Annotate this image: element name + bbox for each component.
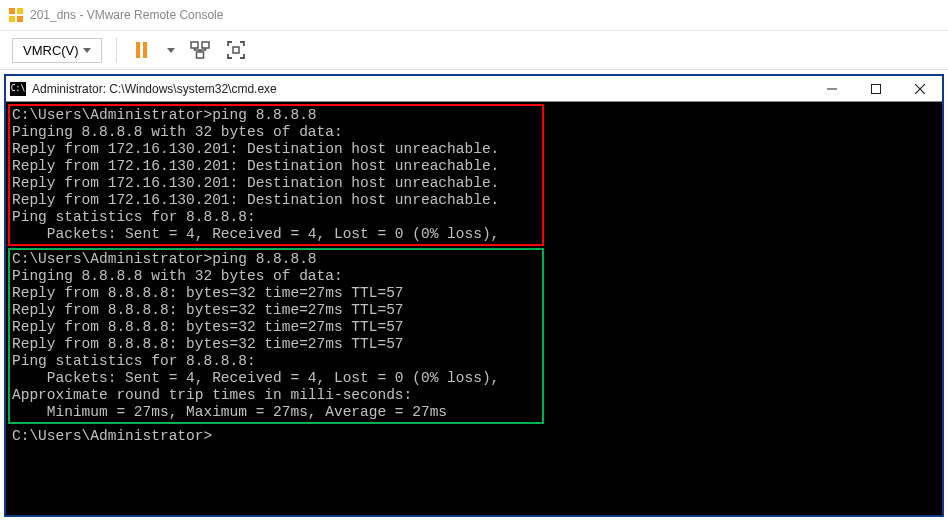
svg-rect-9: [872, 84, 881, 93]
vmware-titlebar: 201_dns - VMware Remote Console: [0, 0, 948, 30]
terminal-line: Reply from 8.8.8.8: bytes=32 time=27ms T…: [12, 336, 540, 353]
close-icon: [915, 84, 925, 94]
svg-rect-4: [191, 42, 198, 48]
minimize-button[interactable]: [810, 76, 854, 102]
chevron-down-icon[interactable]: [167, 48, 175, 53]
terminal-output[interactable]: C:\Users\Administrator>ping 8.8.8.8 Ping…: [6, 102, 942, 449]
pause-icon: [136, 42, 147, 58]
highlight-box-success: C:\Users\Administrator>ping 8.8.8.8 Ping…: [8, 248, 544, 424]
terminal-line: Ping statistics for 8.8.8.8:: [12, 353, 540, 370]
terminal-line: Reply from 172.16.130.201: Destination h…: [12, 175, 540, 192]
fullscreen-icon: [227, 41, 245, 59]
terminal-line: Pinging 8.8.8.8 with 32 bytes of data:: [12, 268, 540, 285]
maximize-button[interactable]: [854, 76, 898, 102]
terminal-line: Reply from 8.8.8.8: bytes=32 time=27ms T…: [12, 285, 540, 302]
close-button[interactable]: [898, 76, 942, 102]
svg-rect-3: [17, 16, 23, 22]
vmware-window-title: 201_dns - VMware Remote Console: [30, 8, 223, 22]
maximize-icon: [871, 84, 881, 94]
terminal-line: Reply from 172.16.130.201: Destination h…: [12, 141, 540, 158]
terminal-line: Packets: Sent = 4, Received = 4, Lost = …: [12, 370, 540, 387]
terminal-line: Packets: Sent = 4, Received = 4, Lost = …: [12, 226, 540, 243]
network-icon: [190, 41, 210, 59]
vm-content-area: C:\ Administrator: C:\Windows\system32\c…: [4, 74, 944, 517]
terminal-line: Pinging 8.8.8.8 with 32 bytes of data:: [12, 124, 540, 141]
svg-rect-6: [196, 52, 203, 58]
cmd-window-title: Administrator: C:\Windows\system32\cmd.e…: [32, 82, 277, 96]
fullscreen-button[interactable]: [225, 39, 247, 61]
terminal-line: C:\Users\Administrator>ping 8.8.8.8: [12, 251, 540, 268]
terminal-line: Approximate round trip times in milli-se…: [12, 387, 540, 404]
cmd-titlebar: C:\ Administrator: C:\Windows\system32\c…: [6, 76, 942, 102]
toolbar-divider: [116, 37, 117, 63]
vmware-logo-icon: [8, 7, 24, 23]
terminal-line: Minimum = 27ms, Maximum = 27ms, Average …: [12, 404, 540, 421]
cmd-icon: C:\: [10, 82, 26, 96]
send-cad-button[interactable]: [189, 39, 211, 61]
terminal-line: Reply from 8.8.8.8: bytes=32 time=27ms T…: [12, 302, 540, 319]
svg-rect-7: [233, 47, 239, 53]
svg-rect-5: [202, 42, 209, 48]
highlight-box-failure: C:\Users\Administrator>ping 8.8.8.8 Ping…: [8, 104, 544, 246]
vmrc-menu-label: VMRC(V): [23, 43, 79, 58]
terminal-line: Reply from 8.8.8.8: bytes=32 time=27ms T…: [12, 319, 540, 336]
svg-rect-0: [9, 8, 15, 14]
terminal-line: Ping statistics for 8.8.8.8:: [12, 209, 540, 226]
terminal-line: C:\Users\Administrator>ping 8.8.8.8: [12, 107, 540, 124]
vmrc-menu-button[interactable]: VMRC(V): [12, 38, 102, 63]
terminal-line: Reply from 172.16.130.201: Destination h…: [12, 158, 540, 175]
pause-button[interactable]: [131, 39, 153, 61]
minimize-icon: [827, 84, 837, 94]
svg-rect-1: [17, 8, 23, 14]
vmware-toolbar: VMRC(V): [0, 30, 948, 70]
chevron-down-icon: [83, 48, 91, 53]
terminal-prompt[interactable]: C:\Users\Administrator>: [8, 426, 940, 447]
svg-rect-2: [9, 16, 15, 22]
terminal-line: Reply from 172.16.130.201: Destination h…: [12, 192, 540, 209]
